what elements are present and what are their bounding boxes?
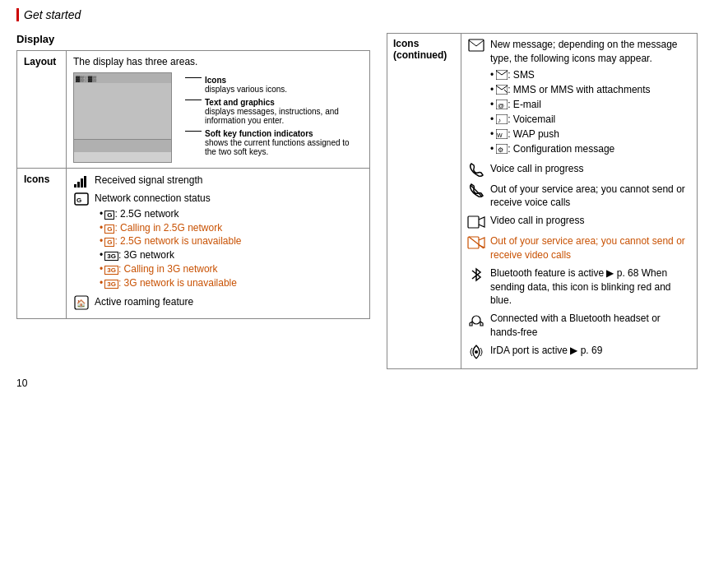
voice-call-item: Voice call in progress: [467, 162, 691, 178]
signal-desc: Received signal strength: [95, 174, 363, 188]
icons-row-cell: Received signal strength G N: [67, 169, 370, 319]
phone-screen-bottom: [74, 139, 171, 152]
svg-text:G: G: [76, 197, 81, 204]
message-icon: [467, 38, 485, 54]
svg-rect-1: [77, 182, 80, 188]
right-column: Icons (continued): [387, 33, 698, 369]
softkey-label-desc: shows the current functions assigned to …: [205, 138, 363, 156]
diagram-label-softkey: Soft key function indicators shows the c…: [185, 129, 363, 156]
textgraphics-label-title: Text and graphics: [205, 98, 363, 107]
main-content: Display Layout The display has three are…: [16, 33, 698, 369]
svg-rect-8: [469, 39, 484, 51]
svg-rect-0: [74, 184, 76, 188]
svg-point-25: [475, 350, 478, 354]
svg-line-11: [504, 90, 508, 93]
bullet-wap: • W: WAP push: [490, 127, 691, 141]
svg-rect-2: [81, 178, 83, 188]
phone-diagram: ▓▒░▓▒: [73, 72, 363, 163]
right-table: Icons (continued): [387, 33, 698, 369]
bluetooth-headset-item: Connected with a Bluetooth headset or ha…: [467, 312, 691, 340]
roaming-item: 🏠 Active roaming feature: [73, 295, 363, 310]
textgraphics-label-block: Text and graphics displays messages, ins…: [205, 98, 363, 125]
video-call-out-item: Out of your service area; you cannot sen…: [467, 234, 691, 262]
svg-text:@: @: [498, 102, 504, 109]
message-bullet-list: • : SMS • : MMS or MMS with attachments …: [490, 67, 691, 156]
signal-icon: [73, 174, 90, 188]
svg-rect-21: [468, 216, 479, 228]
irda-desc: IrDA port is active ▶ p. 69: [490, 344, 691, 358]
icons-label-block: Icons displays various icons.: [205, 76, 287, 94]
phone-screen-wrapper: ▓▒░▓▒: [73, 72, 180, 163]
network-desc-text: Network connection status: [95, 192, 211, 204]
page-number: 10: [16, 377, 27, 389]
bluetooth-headset-icon: [467, 312, 485, 328]
diagram-label-icons: Icons displays various icons.: [185, 76, 363, 94]
svg-text:🏠: 🏠: [76, 299, 86, 308]
bullet-email: • @: E-mail: [490, 97, 691, 112]
roaming-icon: 🏠: [73, 295, 90, 310]
diagram-label-textgraphics: Text and graphics displays messages, ins…: [185, 98, 363, 125]
voice-call-icon: [467, 162, 485, 178]
arrow-textgraphics: [185, 100, 202, 100]
voice-call-out-item: Out of your service area; you cannot sen…: [467, 183, 691, 211]
header-bar: Get started: [16, 8, 698, 21]
phone-screen-icons-bar: ▓▒░▓▒: [74, 73, 171, 83]
irda-item: IrDA port is active ▶ p. 69: [467, 344, 691, 360]
arrow-icons: [185, 77, 202, 78]
icons-label-title: Icons: [205, 76, 287, 85]
network-item: G Network connection status • G: 2.5G ne…: [73, 192, 363, 292]
bluetooth-desc: Bluetooth feature is active ▶ p. 68 When…: [490, 266, 691, 308]
video-call-desc: Video call in progress: [490, 214, 691, 228]
bluetooth-icon: [467, 266, 485, 283]
phone-screen: ▓▒░▓▒: [73, 72, 172, 163]
irda-icon: [467, 344, 485, 360]
textgraphics-label-desc: displays messages, instructions, and inf…: [205, 107, 363, 125]
right-icons-label: Icons (continued): [387, 34, 461, 369]
video-call-out-desc: Out of your service area; you cannot sen…: [490, 234, 691, 262]
bullet-unavail-3g: • 3G: 3G network is unavailable: [100, 276, 363, 290]
diagram-labels: Icons displays various icons.: [185, 72, 363, 163]
bullet-unavail-2g: • G: 2.5G network is unavailable: [100, 234, 363, 248]
svg-text:♪: ♪: [498, 117, 501, 124]
voice-call-out-icon: [467, 183, 485, 199]
softkey-label-title: Soft key function indicators: [205, 129, 363, 138]
right-icons-row: Icons (continued): [387, 34, 698, 369]
bluetooth-item: Bluetooth feature is active ▶ p. 68 When…: [467, 266, 691, 308]
bullet-calling-2g: • G: Calling in 2.5G network: [100, 221, 363, 235]
video-call-out-icon: [467, 234, 485, 251]
svg-rect-3: [84, 176, 86, 188]
icons-label-desc: displays various icons.: [205, 85, 287, 94]
bullet-mms: • : MMS or MMS with attachments: [490, 82, 691, 97]
left-column: Display Layout The display has three are…: [16, 33, 370, 369]
message-desc: New message; depending on the message ty…: [490, 38, 691, 158]
bullet-2g: • G: 2.5G network: [100, 207, 363, 221]
softkey-label-block: Soft key function indicators shows the c…: [205, 129, 363, 156]
page-title: Get started: [24, 8, 81, 21]
display-table: Layout The display has three areas. ▓▒░▓…: [16, 50, 370, 319]
layout-cell: The display has three areas. ▓▒░▓▒: [67, 51, 370, 169]
icons-row-label: Icons: [17, 169, 67, 319]
bullet-3g: • 3G: 3G network: [100, 248, 363, 262]
svg-text:W: W: [497, 132, 503, 138]
bluetooth-headset-desc: Connected with a Bluetooth headset or ha…: [490, 312, 691, 340]
message-item: New message; depending on the message ty…: [467, 38, 691, 158]
layout-label: Layout: [17, 51, 67, 169]
svg-point-24: [472, 316, 480, 324]
video-call-item: Video call in progress: [467, 214, 691, 230]
footer: 10: [16, 377, 698, 389]
display-section-title: Display: [16, 33, 370, 45]
bullet-sms: • : SMS: [490, 67, 691, 82]
video-call-icon: [467, 214, 485, 230]
right-icons-cell: New message; depending on the message ty…: [461, 34, 698, 369]
phone-screen-main: [74, 83, 171, 139]
layout-row: Layout The display has three areas. ▓▒░▓…: [17, 51, 370, 169]
arrow-softkey: [185, 131, 202, 132]
svg-text:⚙: ⚙: [498, 146, 503, 154]
voice-call-desc: Voice call in progress: [490, 162, 691, 176]
network-icon: G: [73, 192, 90, 206]
network-desc: Network connection status • G: 2.5G netw…: [95, 192, 363, 292]
voice-call-out-desc: Out of your service area; you cannot sen…: [490, 183, 691, 211]
bullet-calling-3g: • 3G: Calling in 3G network: [100, 262, 363, 276]
roaming-desc: Active roaming feature: [95, 295, 363, 309]
signal-item: Received signal strength: [73, 174, 363, 188]
